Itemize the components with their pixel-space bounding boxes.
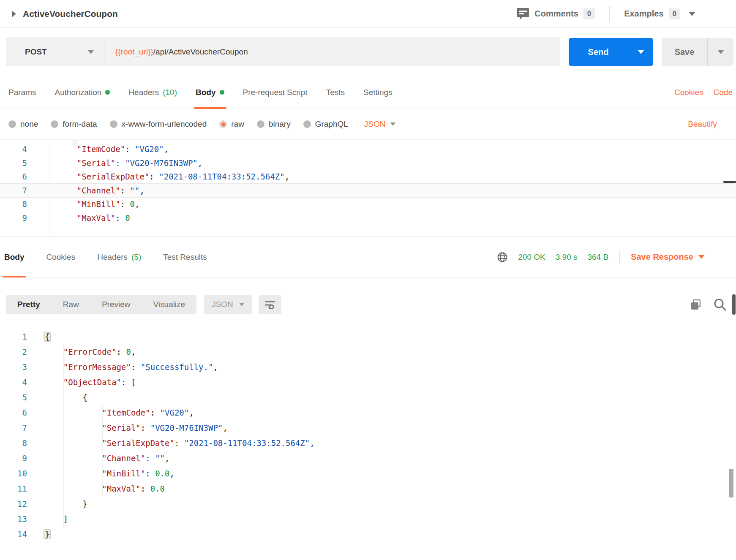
- view-raw-button[interactable]: Raw: [52, 295, 90, 314]
- response-scrollbar-lower[interactable]: [729, 469, 733, 497]
- code-link[interactable]: Code: [714, 88, 733, 97]
- response-format-select[interactable]: JSON: [204, 295, 252, 314]
- tab-settings[interactable]: Settings: [363, 76, 393, 109]
- tab-pre-request-script[interactable]: Pre-request Script: [243, 76, 308, 109]
- view-visualize-button[interactable]: Visualize: [142, 295, 196, 314]
- request-header: ActiveVoucherCoupon Comments 0 Examples …: [0, 0, 736, 28]
- line-number: 7: [0, 186, 34, 195]
- request-body-editor[interactable]: 4 "ItemCode": "VG20",5 "Serial": "VG20-M…: [0, 140, 736, 237]
- copy-response-icon[interactable]: [690, 298, 702, 311]
- radio-form-data[interactable]: form-data: [51, 120, 97, 129]
- response-time[interactable]: 3.90 s: [556, 253, 578, 262]
- url-input[interactable]: {{root_url}}/api/ActiveVoucherCoupon: [104, 38, 560, 66]
- save-button[interactable]: Save: [662, 38, 707, 66]
- request-tabs: Params Authorization Headers(10) Body Pr…: [0, 76, 736, 109]
- meta-divider: [619, 251, 620, 264]
- send-options-button[interactable]: [628, 38, 653, 66]
- tab-tests-label: Tests: [326, 88, 345, 97]
- response-tab-test-results-label: Test Results: [163, 253, 207, 262]
- view-preview-button[interactable]: Preview: [90, 295, 142, 314]
- response-tab-cookies-label: Cookies: [46, 253, 76, 262]
- tab-tests[interactable]: Tests: [326, 76, 345, 109]
- request-bar: POST {{root_url}}/api/ActiveVoucherCoupo…: [0, 28, 736, 76]
- code-line: 4 "ObjectData": [: [0, 375, 736, 390]
- request-tabs-links: Cookies Code: [674, 88, 733, 97]
- response-scrollbar-upper[interactable]: [732, 294, 736, 315]
- line-number: 6: [0, 408, 34, 417]
- cookies-link[interactable]: Cookies: [674, 88, 703, 97]
- code-line: 8 "SerialExpDate": "2021-08-11T04:33:52.…: [0, 435, 736, 451]
- send-label: Send: [588, 47, 609, 57]
- tab-authorization-label: Authorization: [55, 88, 101, 97]
- beautify-link[interactable]: Beautify: [688, 120, 717, 129]
- line-number: 8: [0, 199, 34, 209]
- send-split-button: Send: [569, 38, 653, 66]
- response-tab-cookies[interactable]: Cookies: [46, 237, 76, 277]
- wrap-lines-button[interactable]: [259, 295, 281, 314]
- tab-headers[interactable]: Headers(10): [128, 76, 177, 109]
- radio-none[interactable]: none: [8, 120, 38, 129]
- radio-graphql-dot: [303, 120, 311, 128]
- code-line: 8 "MinBill": 0,: [0, 197, 736, 211]
- tab-authorization[interactable]: Authorization: [55, 76, 110, 109]
- line-number: 6: [0, 172, 34, 181]
- request-code-lines: 4 "ItemCode": "VG20",5 "Serial": "VG20-M…: [0, 142, 736, 225]
- save-split-button: Save: [662, 38, 733, 66]
- radio-form-data-dot: [51, 120, 58, 128]
- response-meta: 200 OK 3.90 s 364 B Save Response: [497, 251, 704, 264]
- method-select[interactable]: POST: [6, 38, 104, 66]
- network-globe-icon[interactable]: [497, 252, 508, 263]
- send-button[interactable]: Send: [569, 38, 628, 66]
- code-line: 9 "MaxVal": 0: [0, 211, 736, 225]
- code-line: 14}: [0, 527, 736, 542]
- status-code[interactable]: 200 OK: [518, 253, 545, 262]
- format-caret-icon: [390, 122, 395, 126]
- save-response-label: Save Response: [631, 252, 693, 262]
- radio-graphql[interactable]: GraphQL: [303, 120, 348, 129]
- line-number: 7: [0, 423, 34, 432]
- collapse-caret-icon[interactable]: [12, 11, 16, 17]
- response-code-lines: 1{2 "ErrorCode": 0,3 "ErrorMessage": "Su…: [0, 329, 736, 542]
- request-editor-scrollbar[interactable]: [723, 181, 736, 183]
- view-pretty-button[interactable]: Pretty: [6, 295, 52, 314]
- response-tabs-row: Body Cookies Headers(5) Test Results 200…: [0, 237, 736, 277]
- code-line: 2 "ErrorCode": 0,: [0, 344, 736, 359]
- code-line: 11 "MaxVal": 0.0: [0, 481, 736, 496]
- tab-pre-request-label: Pre-request Script: [243, 88, 308, 97]
- code-line: 10 "MinBill": 0.0,: [0, 466, 736, 481]
- headers-count: (10): [163, 88, 177, 97]
- radio-binary[interactable]: binary: [257, 120, 291, 129]
- raw-format-select[interactable]: JSON: [364, 120, 396, 129]
- response-tab-body[interactable]: Body: [4, 237, 25, 277]
- save-response-caret-icon: [698, 255, 704, 259]
- comments-button[interactable]: Comments 0: [516, 8, 595, 20]
- tab-params-label: Params: [8, 88, 36, 97]
- save-response-button[interactable]: Save Response: [631, 252, 704, 262]
- body-type-row: none form-data x-www-form-urlencoded raw…: [0, 109, 736, 140]
- response-headers-count: (5): [131, 253, 141, 262]
- response-size[interactable]: 364 B: [587, 253, 608, 262]
- raw-format-value: JSON: [364, 120, 386, 129]
- search-response-icon[interactable]: [713, 298, 727, 311]
- radio-urlencoded[interactable]: x-www-form-urlencoded: [110, 120, 207, 129]
- examples-button[interactable]: Examples 0: [624, 8, 695, 19]
- line-number: 3: [0, 362, 34, 372]
- body-status-dot: [220, 90, 224, 95]
- response-tab-headers[interactable]: Headers(5): [97, 237, 141, 277]
- line-number: 11: [0, 484, 34, 493]
- comments-count-badge: 0: [583, 8, 595, 19]
- url-path: /api/ActiveVoucherCoupon: [153, 47, 248, 57]
- postman-request-page: ActiveVoucherCoupon Comments 0 Examples …: [0, 0, 736, 560]
- radio-raw[interactable]: raw: [219, 120, 244, 129]
- view-mode-switcher: Pretty Raw Preview Visualize: [6, 295, 196, 314]
- line-number: 5: [0, 158, 34, 168]
- tab-body[interactable]: Body: [196, 76, 224, 109]
- line-number: 5: [0, 393, 34, 402]
- tab-params[interactable]: Params: [8, 76, 36, 109]
- response-tab-test-results[interactable]: Test Results: [163, 237, 207, 277]
- code-line: 6 "ItemCode": "VG20",: [0, 405, 736, 420]
- response-toolbar: Pretty Raw Preview Visualize JSON: [0, 277, 736, 326]
- line-number: 12: [0, 499, 34, 508]
- method-caret-icon: [88, 50, 94, 54]
- save-options-button[interactable]: [707, 38, 733, 66]
